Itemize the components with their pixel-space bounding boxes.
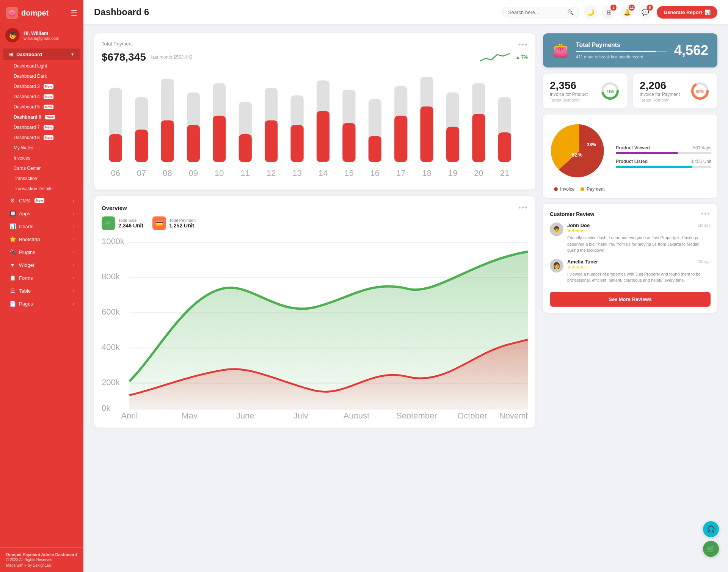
reviewer-1-stars: ★★★★☆ (567, 228, 711, 234)
svg-rect-21 (369, 136, 381, 162)
sidebar-item-plugins[interactable]: 🔌 Plugins › (3, 246, 80, 258)
search-input[interactable] (508, 9, 565, 15)
reviewer-1-time: 5m ago (698, 223, 711, 227)
review-more-button[interactable]: ••• (701, 210, 711, 218)
see-more-reviews-button[interactable]: See More Reviews (550, 292, 711, 307)
chevron-right-icon: › (73, 289, 74, 293)
reviewer-2-stars: ★★★★☆ (567, 265, 711, 270)
svg-text:21: 21 (500, 168, 509, 178)
sidebar-item-dashboard-8[interactable]: Dashboard 8 New (3, 133, 80, 143)
notifications-button[interactable]: 🔔 12 (620, 5, 634, 19)
content: Total Payment ••• $678,345 last month $5… (83, 24, 728, 572)
hamburger-button[interactable]: ☰ (71, 8, 77, 17)
invoice-payment-number: 2,206 (640, 80, 680, 92)
support-fab-button[interactable]: 🎧 (703, 521, 719, 537)
theme-toggle-button[interactable]: 🌙 (584, 5, 598, 19)
sidebar: 👛 dompet ☰ 👦 Hi, William william@gmail.c… (0, 0, 83, 572)
sidebar-item-table[interactable]: ☰ Table › (3, 285, 80, 297)
invoice-product-card: 2,356 Invoice for Product Target 3k/mont… (543, 74, 628, 108)
sidebar-item-widget[interactable]: ♥ Widget › (3, 259, 80, 271)
sidebar-item-cards-center[interactable]: Cards Center (3, 163, 80, 173)
messages-button[interactable]: 💬 5 (639, 5, 652, 19)
invoice-row: 2,356 Invoice for Product Target 3k/mont… (543, 74, 717, 108)
pie-chart-svg: 62% 38% (549, 121, 610, 181)
wallet-icon: 👛 (6, 7, 18, 19)
svg-text:1000k: 1000k (102, 237, 125, 246)
cart-fab-button[interactable]: 🛒 (703, 541, 719, 557)
sidebar-item-transaction-details[interactable]: Transaction Details (3, 184, 80, 194)
invoice-payment-label: Invoice for Payment (640, 92, 680, 97)
sidebar-item-dashboard-dark[interactable]: Dashboard Dark (3, 71, 80, 81)
reviewer-1-content: John Doe 5m ago ★★★★☆ Friendly service J… (567, 223, 711, 254)
svg-text:14: 14 (318, 168, 328, 178)
svg-text:10: 10 (215, 168, 224, 178)
svg-text:200k: 200k (102, 378, 120, 387)
svg-text:May: May (182, 411, 198, 418)
svg-text:18: 18 (422, 168, 431, 178)
sidebar-item-dashboard-4[interactable]: Dashboard 4 New (3, 92, 80, 102)
svg-rect-1 (109, 134, 122, 162)
svg-text:15: 15 (344, 168, 353, 178)
sidebar-item-mywallet[interactable]: My Wallet (3, 143, 80, 153)
new-badge: New (44, 135, 54, 140)
footer-title: Dompet Payment Admin Dashboard (6, 552, 77, 557)
donut-chart-product: 71% (599, 80, 621, 102)
svg-text:90%: 90% (696, 89, 704, 94)
sidebar-item-invoices[interactable]: Invoices (3, 153, 80, 163)
sidebar-item-dashboard-7[interactable]: Dashboard 7 New (3, 122, 80, 132)
right-column: 👛 Total Payments 431 more to break last … (543, 33, 717, 428)
sidebar-nav: ⊞ Dashboard ▼ Dashboard Light Dashboard … (0, 48, 83, 547)
new-badge: New (44, 84, 54, 89)
sidebar-item-bootstrap[interactable]: ⭐ Bootstrap › (3, 233, 80, 245)
generate-report-button[interactable]: Generate Report 📊 (657, 6, 717, 19)
heart-icon: ♥ (24, 563, 27, 567)
reviewer-2-time: 10h ago (697, 260, 711, 264)
sidebar-item-dashboard-light[interactable]: Dashboard Light (3, 61, 80, 71)
pages-icon: 📄 (9, 301, 16, 307)
total-payment-icon: 💳 (152, 216, 166, 230)
review-item-2: 👩 Amelia Tuner 10h ago ★★★★☆ I viewed a … (550, 259, 711, 284)
reviewer-1-text: Friendly service Josh, Lunar and everyon… (567, 235, 711, 254)
sidebar-item-dashboard-5[interactable]: Dashboard 5 New (3, 102, 80, 112)
pie-stats-card: 62% 38% Invoice (543, 114, 717, 198)
user-email: william@gmail.com (24, 36, 59, 41)
invoice-payment-card: 2,206 Invoice for Payment Target 3k/mont… (633, 74, 717, 108)
invoice-product-number: 2,356 (550, 80, 588, 92)
invoice-product-donut: 71% (599, 80, 621, 102)
sidebar-item-transaction[interactable]: Transaction (3, 174, 80, 183)
user-info: Hi, William william@gmail.com (24, 30, 59, 41)
payment-legend-label: Payment (587, 186, 604, 192)
new-badge: New (44, 105, 54, 109)
svg-text:600k: 600k (102, 307, 120, 317)
total-payment-value: 1,252 Unit (169, 223, 196, 229)
more-options-button[interactable]: ••• (518, 41, 528, 49)
dashboard-section[interactable]: ⊞ Dashboard ▼ (3, 49, 80, 60)
sidebar-item-cms[interactable]: ⚙ CMS New › (3, 194, 80, 207)
sidebar-item-forms[interactable]: 📋 Forms › (3, 272, 80, 284)
widget-icon: ♥ (9, 262, 16, 268)
logo-text: dompet (21, 9, 49, 17)
pie-legend: Invoice Payment (549, 186, 610, 192)
invoice-product-label: Invoice for Product (550, 92, 588, 97)
blue-card-sub: 431 more to break last month record (576, 55, 667, 59)
apps-button[interactable]: ⊞ 2 (602, 5, 616, 19)
chevron-right-icon: › (73, 250, 74, 254)
sidebar-item-dashboard-6[interactable]: Dashboard 6 New (3, 112, 80, 122)
sidebar-item-charts[interactable]: 📊 Charts › (3, 220, 80, 232)
chevron-right-icon: › (73, 302, 74, 306)
svg-text:June: June (236, 411, 254, 418)
sidebar-item-dashboard-3[interactable]: Dashboard 3 New (3, 81, 80, 91)
review-header: Customer Review ••• (550, 210, 711, 218)
invoice-legend: Invoice (554, 186, 574, 192)
reviewer-2-text: I viewed a number of properties with Jus… (567, 271, 711, 284)
overview-more-button[interactable]: ••• (518, 204, 528, 212)
svg-rect-5 (161, 120, 174, 162)
sidebar-item-pages[interactable]: 📄 Pages › (3, 298, 80, 310)
sidebar-item-apps[interactable]: 🔲 Apps › (3, 207, 80, 219)
headphone-icon: 🎧 (707, 525, 715, 533)
blue-card-progress-fill (576, 51, 656, 52)
total-payment-label-2: Total Payment (169, 218, 196, 223)
chevron-right-icon: › (73, 224, 74, 229)
footer-made: Made with ♥ by DexignLab (6, 563, 77, 567)
sidebar-header: 👛 dompet ☰ (0, 0, 83, 24)
